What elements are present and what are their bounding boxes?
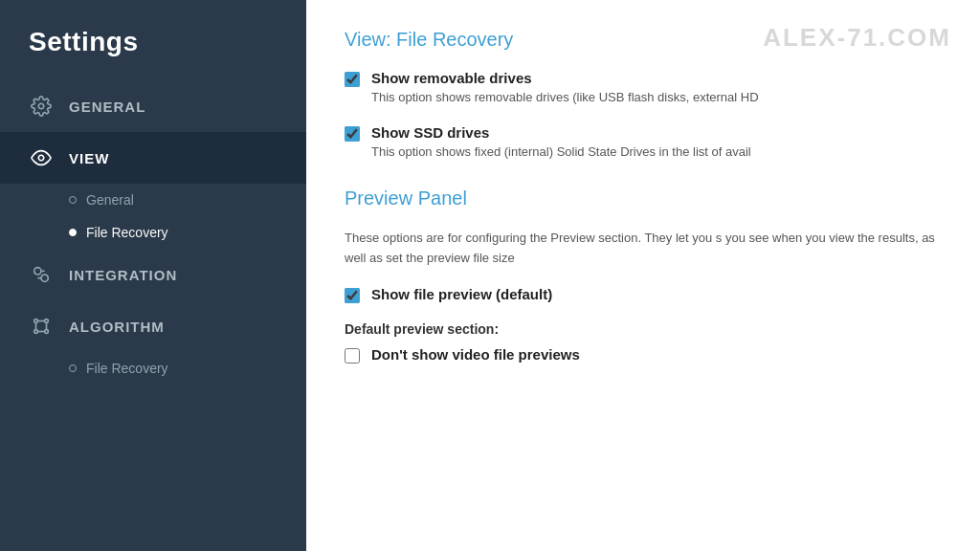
default-preview-label: Default preview section:: [345, 321, 942, 337]
general-dot: [69, 196, 77, 204]
sidebar-title: Settings: [0, 0, 306, 80]
watermark: ALEX-71.COM: [763, 23, 951, 53]
svg-point-0: [38, 103, 44, 109]
option-row-removable: Show removable drives This option shows …: [345, 70, 942, 107]
eye-icon: [29, 145, 54, 170]
sidebar-item-integration-label: INTEGRATION: [69, 267, 177, 283]
ssd-desc: This option shows fixed (internal) Solid…: [371, 143, 751, 162]
sidebar-item-algorithm-label: ALGORITHM: [69, 319, 165, 335]
file-recovery-dot: [69, 229, 77, 236]
sidebar-item-view-label: VIEW: [69, 150, 109, 166]
sidebar-sub-item-general[interactable]: General: [69, 184, 306, 216]
svg-point-5: [45, 320, 49, 323]
svg-point-6: [34, 330, 38, 334]
main-content: ALEX-71.COM View: File Recovery Show rem…: [306, 0, 980, 551]
no-video-label: Don't show video file previews: [371, 346, 580, 363]
algorithm-sub-items: File Recovery: [0, 352, 306, 385]
show-ssd-checkbox[interactable]: [345, 126, 360, 142]
sidebar: Settings GENERAL VIEW General File Recov: [0, 0, 306, 551]
sidebar-sub-item-file-recovery-label: File Recovery: [86, 225, 168, 240]
integration-icon: [29, 262, 54, 287]
sidebar-item-integration[interactable]: INTEGRATION: [0, 249, 306, 300]
ssd-option-content: Show SSD drives This option shows fixed …: [371, 124, 751, 162]
preview-panel-title: Preview Panel: [345, 187, 942, 209]
option-row-ssd: Show SSD drives This option shows fixed …: [345, 124, 942, 162]
removable-desc: This option shows removable drives (like…: [371, 88, 759, 107]
file-preview-label: Show file preview (default): [371, 286, 552, 302]
ssd-label: Show SSD drives: [371, 124, 751, 141]
sidebar-sub-item-file-recovery-algo[interactable]: File Recovery: [69, 352, 306, 385]
preview-panel-desc: These options are for configuring the Pr…: [345, 229, 942, 269]
removable-option-content: Show removable drives This option shows …: [371, 70, 759, 107]
file-preview-option-content: Show file preview (default): [371, 286, 552, 304]
sidebar-item-view[interactable]: VIEW: [0, 132, 306, 184]
view-sub-items: General File Recovery: [0, 184, 306, 249]
preview-panel-section: Preview Panel These options are for conf…: [345, 187, 942, 364]
option-row-file-preview: Show file preview (default): [345, 286, 942, 304]
sidebar-sub-item-file-recovery-algo-label: File Recovery: [86, 361, 168, 376]
gear-icon: [29, 94, 54, 119]
removable-label: Show removable drives: [371, 70, 759, 86]
show-file-preview-checkbox[interactable]: [345, 288, 360, 303]
algo-file-recovery-dot: [69, 364, 77, 372]
sidebar-item-general[interactable]: GENERAL: [0, 80, 306, 132]
svg-point-4: [34, 320, 38, 323]
sidebar-sub-item-file-recovery[interactable]: File Recovery: [69, 216, 306, 249]
svg-point-1: [38, 155, 44, 161]
option-row-no-video: Don't show video file previews: [345, 346, 942, 364]
show-removable-checkbox[interactable]: [345, 72, 360, 87]
sidebar-sub-item-general-label: General: [86, 192, 134, 208]
sidebar-item-general-label: GENERAL: [69, 99, 145, 115]
algorithm-icon: [29, 314, 54, 339]
sidebar-item-algorithm[interactable]: ALGORITHM: [0, 300, 306, 352]
no-video-option-content: Don't show video file previews: [371, 346, 580, 364]
svg-point-7: [45, 330, 49, 334]
dont-show-video-checkbox[interactable]: [345, 348, 360, 364]
